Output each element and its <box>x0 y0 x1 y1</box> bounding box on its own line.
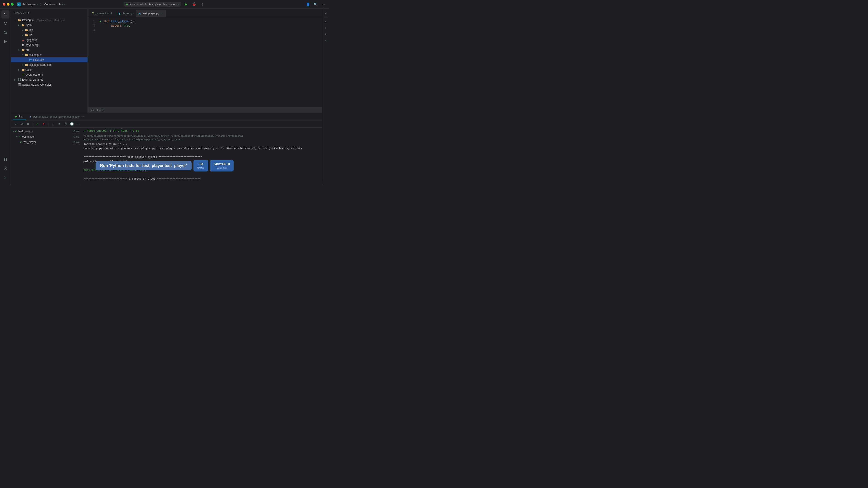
folder-icon <box>21 24 25 27</box>
right-gutter: ✓ ≡ ↕ ⬇ ⬆ <box>322 8 329 113</box>
output-line-1: Testing started at 07:42 ... <box>81 142 323 146</box>
bottom-tab-run-label: Run <box>19 115 24 118</box>
toolbar-more-button[interactable]: ⋯ <box>75 121 81 127</box>
folder-icon <box>25 53 29 57</box>
show-failed-button[interactable]: ✗ <box>41 121 46 127</box>
shortcut-key-winlinux-sub: Win/Linux <box>217 167 227 169</box>
version-control-menu[interactable]: Version control ▾ <box>44 2 65 6</box>
maximize-button[interactable] <box>11 3 13 6</box>
activity-search-icon[interactable] <box>1 29 9 37</box>
tree-item-bin[interactable]: ▶ bin <box>11 28 88 33</box>
code-editor[interactable]: 1 ▶ def test_player(): 2 assert True 3 <box>88 17 329 107</box>
activity-settings-icon[interactable] <box>1 164 9 172</box>
bottom-tab-close-icon[interactable]: ✕ <box>82 116 84 118</box>
svg-rect-13 <box>4 158 5 159</box>
breadcrumb-text: test_player() <box>90 109 104 111</box>
tree-item-pyproject[interactable]: ▶ T pyproject.toml <box>11 72 88 77</box>
file-tree: ▾ laxleague ~/PycharmProjects/laxleague … <box>11 17 88 113</box>
tab-py-icon: py <box>138 12 141 15</box>
test-item-group[interactable]: ▾ ✓ test_player 0 ms <box>11 134 81 139</box>
run-gutter-1[interactable]: ▶ <box>98 20 102 23</box>
svg-line-7 <box>5 23 6 24</box>
output-line-10 <box>81 181 323 185</box>
run-button[interactable]: ▶ <box>183 1 189 7</box>
tree-item-src[interactable]: ▾ src <box>11 47 88 53</box>
bottom-tab-run-config-label: Python tests for test_player.test_player <box>33 115 80 119</box>
tree-label-tests: tests <box>26 68 31 71</box>
profile-button[interactable]: 👤 <box>305 1 311 7</box>
code-line-2: 2 assert True <box>88 24 329 28</box>
activity-run-icon[interactable] <box>1 37 9 46</box>
folder-icon <box>21 68 25 71</box>
tree-label-egg-info: laxleague.egg-info <box>29 63 52 66</box>
line-number-3: 3 <box>88 29 98 32</box>
toolbar-divider-2 <box>48 122 49 126</box>
external-libs-icon <box>18 78 21 81</box>
sort-button[interactable]: ↕ <box>50 121 56 127</box>
rerun-button[interactable]: ↺ <box>13 121 18 127</box>
tree-path: ~/PycharmProjects/laxleague <box>35 19 65 22</box>
activity-terminal-icon[interactable] <box>1 173 9 182</box>
test-item-fn[interactable]: ✓ test_player 0 ms <box>11 139 81 145</box>
bottom-panel: ▶ Run ▶ Python tests for test_player.tes… <box>11 113 329 185</box>
tab-py-icon: py <box>118 12 121 15</box>
tree-item-external-libs[interactable]: ▶ External Libraries <box>11 77 88 82</box>
run-configuration[interactable]: ▶ Python tests for test_player.test_play… <box>124 2 181 6</box>
close-button[interactable] <box>3 3 5 6</box>
test-content: ▾ ✓ Test Results 0 ms ▾ ✓ test_player 0 … <box>11 128 329 185</box>
svg-rect-12 <box>6 159 7 161</box>
bottom-tab-run[interactable]: ▶ Run <box>13 113 26 120</box>
activity-packages-icon[interactable] <box>1 155 9 163</box>
debug-button[interactable]: 🐞 <box>191 1 197 7</box>
rerun-failed-button[interactable]: ↺ <box>19 121 24 127</box>
tree-item-pyvenv[interactable]: ▶ ⚙ pyvenv.cfg <box>11 42 88 47</box>
activity-git-icon[interactable] <box>1 20 9 28</box>
test-results-time: 0 ms <box>73 130 79 133</box>
svg-rect-18 <box>20 78 21 79</box>
project-menu[interactable]: laxleague ▾ <box>23 2 38 6</box>
chevron-icon: ▶ <box>18 69 20 71</box>
tree-item-egg-info[interactable]: ▶ laxleague.egg-info <box>11 62 88 67</box>
tree-item-scratches[interactable]: ▶ Scratches and Consoles <box>11 82 88 87</box>
tree-item-tests[interactable]: ▶ tests <box>11 67 88 72</box>
tree-item-player-py[interactable]: ▶ py player.py <box>11 57 88 62</box>
history-button[interactable]: 🕐 <box>69 121 74 127</box>
tree-item-laxleague-pkg[interactable]: ▾ laxleague <box>11 53 88 57</box>
gutter-icon-5: ⬆ <box>323 38 329 43</box>
tab-player[interactable]: py player.py <box>115 10 135 17</box>
tree-item-gitignore[interactable]: ▶ ● .gitignore <box>11 37 88 42</box>
pass-icon: ✓ <box>19 135 21 138</box>
cfg-icon: ⚙ <box>21 43 25 47</box>
tree-item-venv[interactable]: ▶ .venv <box>11 23 88 28</box>
traffic-lights <box>3 3 13 6</box>
search-button[interactable]: 🔍 <box>312 1 319 7</box>
output-line-9: ============================ 1 passed in… <box>81 177 323 181</box>
run-config-label: Python tests for test_player.test_player <box>129 3 176 6</box>
time-button[interactable]: ⏱ <box>63 121 68 127</box>
tab-test-player[interactable]: py test_player.py ✕ <box>136 10 166 17</box>
settings-button[interactable]: ⋯ <box>320 1 327 7</box>
activity-bar <box>0 8 11 185</box>
shortcut-overlay: Run 'Python tests for test_player.test_p… <box>96 160 234 171</box>
folder-icon <box>25 63 29 66</box>
svg-rect-0 <box>4 13 5 14</box>
show-passed-button[interactable]: ✓ <box>35 121 40 127</box>
tree-label-pyproject: pyproject.toml <box>26 73 43 76</box>
sidebar-chevron-icon[interactable]: ▾ <box>28 11 29 14</box>
activity-project-icon[interactable] <box>1 10 9 19</box>
svg-point-3 <box>4 22 5 23</box>
stop-button[interactable]: ■ <box>25 121 31 127</box>
bottom-tab-run-config[interactable]: ▶ Python tests for test_player.test_play… <box>27 113 87 120</box>
output-line-4: =========================== test session… <box>81 155 323 159</box>
tree-item-laxleague-root[interactable]: ▾ laxleague ~/PycharmProjects/laxleague <box>11 18 88 23</box>
test-results-header-label: Test Results <box>18 130 33 133</box>
tab-bar: T pyproject.toml py player.py py test_pl… <box>88 8 329 17</box>
tree-item-lib[interactable]: ▶ lib <box>11 33 88 37</box>
tab-pyproject[interactable]: T pyproject.toml <box>90 10 115 17</box>
tab-close-button[interactable]: ✕ <box>160 12 163 15</box>
filter-button[interactable]: ≡ <box>57 121 62 127</box>
output-line-8 <box>81 172 323 176</box>
run-more-button[interactable]: ⋮ <box>199 1 206 7</box>
minimize-button[interactable] <box>7 3 9 6</box>
chevron-icon: ▶ <box>22 29 24 31</box>
